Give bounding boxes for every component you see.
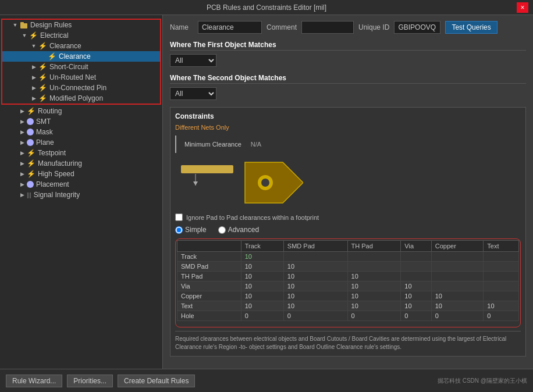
expand-icon-high-speed: ▶	[19, 170, 26, 177]
cell-text-smd[interactable]: 10	[283, 301, 347, 311]
advanced-radio-option[interactable]: Advanced	[218, 226, 259, 234]
cell-via-smd[interactable]: 10	[283, 281, 347, 291]
name-label: Name	[170, 23, 193, 31]
sidebar-item-manufacturing[interactable]: ▶ ⚡ Manufacturing	[0, 158, 162, 169]
sidebar-item-electrical[interactable]: ▼ ⚡ Electrical	[2, 30, 160, 41]
expand-icon: ▼	[12, 22, 19, 28]
constraints-section: Constraints Different Nets Only Minimum …	[170, 107, 526, 357]
cell-hole-smd[interactable]: 0	[283, 311, 347, 321]
cell-text-th[interactable]: 10	[347, 301, 401, 311]
cell-via-th[interactable]: 10	[347, 281, 401, 291]
name-input[interactable]	[198, 21, 262, 34]
rule-wizard-button[interactable]: Rule Wizard...	[6, 375, 62, 387]
svg-rect-1	[20, 22, 24, 24]
cell-hole-track[interactable]: 0	[241, 311, 283, 321]
priorities-button[interactable]: Priorities...	[67, 375, 113, 387]
unconnected-icon: ⚡	[38, 84, 47, 92]
cell-smd-smd[interactable]: 10	[283, 262, 347, 272]
unrouted-icon: ⚡	[38, 73, 47, 81]
sidebar-label-plane: Plane	[36, 138, 54, 147]
unique-id-input[interactable]	[394, 21, 440, 34]
expand-icon-clearance-item	[40, 53, 47, 60]
cell-via-track[interactable]: 10	[241, 281, 283, 291]
sidebar-item-smt[interactable]: ▶ SMT	[0, 116, 162, 127]
cell-copper-via[interactable]: 10	[401, 291, 431, 301]
cell-th-track[interactable]: 10	[241, 272, 283, 281]
routing-icon: ⚡	[27, 107, 35, 115]
cell-hole-text[interactable]: 0	[484, 311, 519, 321]
cell-track-copper	[431, 252, 484, 262]
test-queries-button[interactable]: Test Queries	[445, 21, 497, 34]
second-object-header: Where The Second Object Matches	[170, 74, 526, 84]
expand-icon-signal: ▶	[19, 191, 26, 198]
cell-th-smd[interactable]: 10	[283, 272, 347, 281]
cell-text-text[interactable]: 10	[484, 301, 519, 311]
sidebar-item-signal-integrity[interactable]: ▶ ||| Signal Integrity	[0, 190, 162, 200]
cell-copper-smd[interactable]: 10	[283, 291, 347, 301]
cell-hole-via[interactable]: 0	[401, 311, 431, 321]
sidebar-item-mask[interactable]: ▶ Mask	[0, 127, 162, 137]
cell-smd-copper	[431, 262, 484, 272]
first-object-row: All	[170, 54, 526, 67]
sidebar-label-mask: Mask	[36, 128, 53, 136]
cell-copper-th[interactable]: 10	[347, 291, 401, 301]
sidebar-item-plane[interactable]: ▶ Plane	[0, 137, 162, 148]
folder-icon	[20, 21, 28, 29]
col-header-row-label	[177, 241, 241, 252]
simple-radio[interactable]	[175, 226, 183, 234]
row-label-th-pad: TH Pad	[177, 272, 241, 281]
cell-hole-copper[interactable]: 0	[431, 311, 484, 321]
sidebar-item-routing[interactable]: ▶ ⚡ Routing	[0, 106, 162, 116]
expand-icon-routing: ▶	[19, 108, 26, 115]
cell-smd-text	[484, 262, 519, 272]
row-label-copper: Copper	[177, 291, 241, 301]
sidebar-label-clearance: Clearance	[59, 52, 91, 60]
mask-icon	[27, 129, 34, 136]
cell-copper-copper[interactable]: 10	[431, 291, 484, 301]
cell-track-track[interactable]: 10	[241, 252, 283, 262]
cell-text-track[interactable]: 10	[241, 301, 283, 311]
col-header-track: Track	[241, 241, 283, 252]
cell-hole-th[interactable]: 0	[347, 311, 401, 321]
col-header-smd-pad: SMD Pad	[283, 241, 347, 252]
ignore-label: Ignore Pad to Pad clearances within a fo…	[186, 214, 319, 221]
svg-marker-4	[193, 181, 198, 186]
sidebar-item-testpoint[interactable]: ▶ ⚡ Testpoint	[0, 148, 162, 158]
manufacturing-icon: ⚡	[27, 159, 35, 168]
sidebar-item-placement[interactable]: ▶ Placement	[0, 179, 162, 190]
cell-th-text	[484, 272, 519, 281]
cell-via-via[interactable]: 10	[401, 281, 431, 291]
right-panel: Name Comment Unique ID Test Queries Wher…	[163, 15, 533, 369]
sidebar-label-testpoint: Testpoint	[38, 149, 66, 157]
sidebar-item-high-speed[interactable]: ▶ ⚡ High Speed	[0, 169, 162, 179]
sidebar-item-clearance-group[interactable]: ▼ ⚡ Clearance	[2, 41, 160, 51]
sidebar-item-un-connected-pin[interactable]: ▶ ⚡ Un-Connected Pin	[2, 83, 160, 93]
high-speed-icon: ⚡	[27, 170, 35, 178]
advanced-radio[interactable]	[218, 226, 226, 234]
col-header-copper: Copper	[431, 241, 484, 252]
sidebar-item-un-routed-net[interactable]: ▶ ⚡ Un-Routed Net	[2, 72, 160, 83]
cell-th-th[interactable]: 10	[347, 272, 401, 281]
cell-text-copper[interactable]: 10	[431, 301, 484, 311]
expand-icon-clearance: ▼	[30, 42, 37, 49]
cell-track-smd	[283, 252, 347, 262]
close-button[interactable]: ×	[517, 2, 528, 13]
cell-smd-track[interactable]: 10	[241, 262, 283, 272]
sidebar-item-clearance[interactable]: ⚡ Clearance	[2, 51, 160, 62]
sidebar-item-modified-polygon[interactable]: ▶ ⚡ Modified Polygon	[2, 93, 160, 104]
create-default-rules-button[interactable]: Create Default Rules	[118, 375, 195, 387]
simple-radio-option[interactable]: Simple	[175, 226, 207, 234]
cell-text-via[interactable]: 10	[401, 301, 431, 311]
second-object-dropdown[interactable]: All	[170, 87, 216, 100]
comment-input[interactable]	[301, 21, 354, 34]
cell-track-th	[347, 252, 401, 262]
placement-icon	[27, 181, 34, 188]
first-object-dropdown[interactable]: All	[170, 54, 216, 67]
ignore-checkbox[interactable]	[175, 213, 183, 221]
sidebar-item-design-rules[interactable]: ▼ Design Rules	[2, 20, 160, 30]
clearance-item-icon: ⚡	[48, 52, 56, 60]
sidebar-item-short-circuit[interactable]: ▶ ⚡ Short-Circuit	[2, 62, 160, 72]
cell-copper-track[interactable]: 10	[241, 291, 283, 301]
second-object-row: All	[170, 87, 526, 100]
bottom-toolbar: Rule Wizard... Priorities... Create Defa…	[0, 369, 533, 392]
